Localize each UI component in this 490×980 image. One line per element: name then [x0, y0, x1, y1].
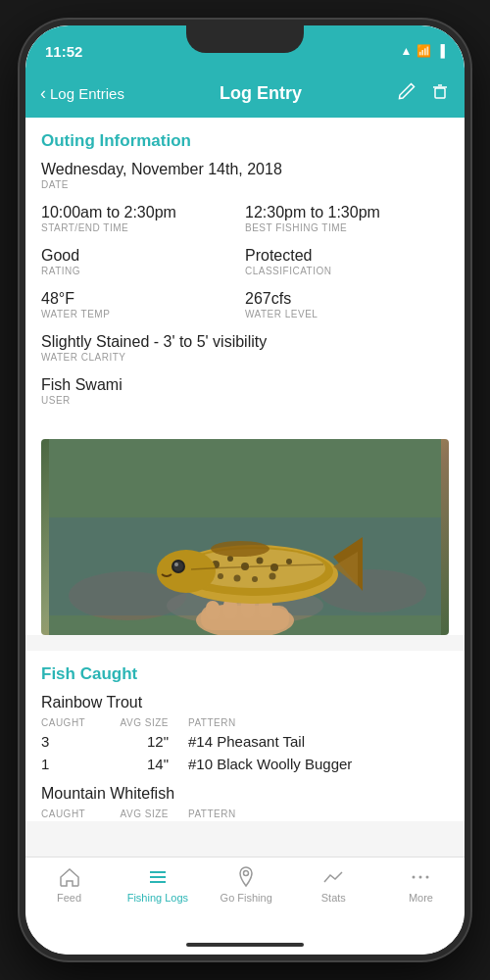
classification-label: CLASSIFICATION: [245, 266, 449, 276]
delete-button[interactable]: [430, 81, 450, 106]
avg-size-header: AVG SIZE: [100, 717, 169, 728]
svg-point-40: [426, 876, 429, 879]
battery-icon: ▐: [436, 44, 445, 58]
water-clarity-row: Slightly Stained - 3' to 5' visibility W…: [41, 333, 449, 363]
row2-size: 14": [100, 756, 169, 772]
mountain-whitefish-header: CAUGHT AVG SIZE PATTERN: [25, 807, 465, 821]
feed-tab-label: Feed: [57, 892, 81, 904]
mountain-whitefish-name: Mountain Whitefish: [25, 785, 465, 803]
svg-point-21: [270, 564, 278, 571]
row1-caught: 3: [41, 733, 100, 750]
date-label: DATE: [41, 179, 449, 190]
outing-section-title: Outing Information: [25, 118, 465, 161]
wifi-icon: ▲: [401, 44, 413, 58]
content-scroll[interactable]: Outing Information Wednesday, November 1…: [25, 118, 465, 857]
home-indicator: [25, 935, 465, 955]
svg-point-29: [157, 550, 216, 593]
best-fishing-time-label: BEST FISHING TIME: [245, 222, 449, 233]
stats-icon: [321, 865, 345, 889]
home-bar: [186, 943, 304, 947]
rainbow-trout-name: Rainbow Trout: [25, 694, 465, 711]
outing-section: Outing Information Wednesday, November 1…: [25, 118, 465, 635]
home-icon: [58, 865, 81, 889]
time-row: 10:00am to 2:30pm START/END TIME 12:30pm…: [41, 204, 449, 233]
stats-tab-label: Stats: [321, 892, 346, 904]
back-button[interactable]: ‹ Log Entries: [40, 83, 124, 104]
list-icon: [146, 865, 170, 889]
start-end-time-col: 10:00am to 2:30pm START/END TIME: [41, 204, 245, 233]
row1-size: 12": [100, 733, 169, 750]
table-row: 3 12" #14 Pheasant Tail: [25, 730, 465, 753]
caught-header-2: CAUGHT: [41, 808, 100, 819]
nav-bar: ‹ Log Entries Log Entry: [25, 69, 465, 118]
rating-col: Good RATING: [41, 247, 245, 276]
water-temp-label: WATER TEMP: [41, 309, 245, 319]
tab-stats[interactable]: Stats: [304, 865, 363, 904]
more-dots-icon: [409, 865, 432, 889]
svg-rect-0: [435, 88, 445, 98]
status-time: 11:52: [45, 43, 82, 60]
fish-caught-section-title: Fish Caught: [25, 651, 465, 694]
go-fishing-tab-label: Go Fishing: [220, 892, 272, 904]
svg-point-32: [174, 563, 178, 566]
caught-header: CAUGHT: [41, 717, 100, 728]
nav-title: Log Entry: [220, 83, 302, 104]
svg-point-33: [211, 541, 270, 557]
svg-point-25: [252, 576, 258, 582]
more-tab-label: More: [409, 892, 433, 904]
mountain-whitefish-species: Mountain Whitefish CAUGHT AVG SIZE PATTE…: [25, 785, 465, 821]
fish-caught-section: Fish Caught Rainbow Trout CAUGHT AVG SIZ…: [25, 651, 465, 821]
back-label: Log Entries: [50, 85, 124, 102]
svg-point-26: [270, 573, 276, 580]
avg-size-header-2: AVG SIZE: [100, 808, 169, 819]
outing-info-grid: Wednesday, November 14th, 2018 DATE 10:0…: [25, 161, 465, 431]
svg-point-37: [244, 871, 249, 876]
row2-pattern: #10 Black Woolly Bugger: [188, 756, 352, 772]
edit-button[interactable]: [397, 81, 416, 106]
tab-fishing-logs[interactable]: Fishing Logs: [127, 865, 188, 904]
back-arrow-icon: ‹: [40, 83, 46, 104]
tab-go-fishing[interactable]: Go Fishing: [217, 865, 275, 904]
signal-icon: 📶: [416, 44, 431, 58]
svg-point-23: [218, 573, 223, 579]
user-value: Fish Swami: [41, 376, 449, 394]
rainbow-trout-species: Rainbow Trout CAUGHT AVG SIZE PATTERN 3 …: [25, 694, 465, 775]
rating-label: RATING: [41, 266, 245, 276]
rainbow-trout-header: CAUGHT AVG SIZE PATTERN: [25, 715, 465, 730]
svg-point-31: [173, 562, 183, 571]
tab-feed[interactable]: Feed: [40, 865, 99, 904]
water-temp-value: 48°F: [41, 290, 245, 308]
status-icons: ▲ 📶 ▐: [401, 44, 445, 58]
fish-photo: [41, 439, 449, 635]
water-temp-level-row: 48°F WATER TEMP 267cfs WATER LEVEL: [41, 290, 449, 319]
row1-pattern: #14 Pheasant Tail: [188, 733, 305, 750]
svg-rect-10: [206, 601, 220, 620]
user-row: Fish Swami USER: [41, 376, 449, 406]
tab-bar: Feed Fishing Logs Go Fishing: [25, 857, 465, 935]
location-pin-icon: [234, 865, 258, 889]
fishing-logs-tab-label: Fishing Logs: [127, 892, 188, 904]
water-clarity-label: WATER CLARITY: [41, 352, 449, 363]
water-temp-col: 48°F WATER TEMP: [41, 290, 245, 319]
svg-point-18: [227, 556, 233, 562]
classification-value: Protected: [245, 247, 449, 265]
best-fishing-time-col: 12:30pm to 1:30pm BEST FISHING TIME: [245, 204, 449, 233]
water-level-label: WATER LEVEL: [245, 309, 449, 319]
pattern-header: PATTERN: [188, 717, 236, 728]
svg-point-38: [413, 876, 416, 879]
rating-classification-row: Good RATING Protected CLASSIFICATION: [41, 247, 449, 276]
tab-more[interactable]: More: [391, 865, 450, 904]
date-value: Wednesday, November 14th, 2018: [41, 161, 449, 178]
date-row: Wednesday, November 14th, 2018 DATE: [41, 161, 449, 190]
water-level-value: 267cfs: [245, 290, 449, 308]
pattern-header-2: PATTERN: [188, 808, 236, 819]
rating-value: Good: [41, 247, 245, 265]
svg-point-20: [257, 558, 264, 564]
svg-point-22: [286, 559, 292, 564]
nav-actions: [397, 81, 450, 106]
start-end-time-label: START/END TIME: [41, 222, 245, 233]
row2-caught: 1: [41, 756, 100, 772]
svg-point-39: [419, 876, 422, 879]
start-end-time-value: 10:00am to 2:30pm: [41, 204, 245, 221]
svg-point-24: [234, 575, 241, 582]
